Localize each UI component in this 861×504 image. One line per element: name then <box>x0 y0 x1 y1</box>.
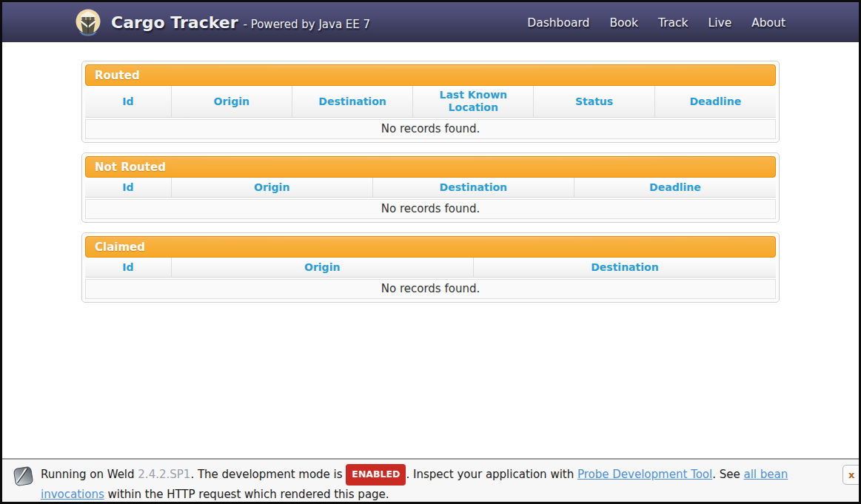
app-title: Cargo Tracker <box>111 13 238 32</box>
empty-table-message: No records found. <box>85 119 776 139</box>
panel-header: Routed <box>85 64 776 86</box>
empty-table-message: No records found. <box>85 279 776 299</box>
column-header-last-known-location: Last Known Location <box>413 86 534 118</box>
panel-not-routed: Not RoutedIdOriginDestinationDeadlineNo … <box>81 152 780 223</box>
column-header-id: Id <box>85 178 172 198</box>
weld-text: . See <box>712 468 743 481</box>
top-navbar: Cargo Tracker- Powered by Java EE 7 Dash… <box>2 2 859 42</box>
table-header-row: IdOriginDestinationDeadline <box>85 178 776 198</box>
page-title: Cargo Tracker- Powered by Java EE 7 <box>111 13 370 32</box>
weld-version: 2.4.2.SP1 <box>138 468 190 481</box>
app-window: Cargo Tracker- Powered by Java EE 7 Dash… <box>0 0 861 504</box>
nav-link-live[interactable]: Live <box>708 16 732 30</box>
main-nav: DashboardBookTrackLiveAbout <box>527 16 859 30</box>
column-header-destination: Destination <box>292 86 413 118</box>
weld-text: Running on Weld <box>41 468 138 481</box>
column-header-status: Status <box>534 86 654 118</box>
panel-title: Routed <box>86 69 140 82</box>
panel-title: Not Routed <box>86 161 166 174</box>
weld-text: . Inspect your application with <box>406 468 577 481</box>
dashboard-content: RoutedIdOriginDestinationLast Known Loca… <box>2 42 859 303</box>
column-header-deadline: Deadline <box>655 86 776 118</box>
column-header-origin: Origin <box>172 86 292 118</box>
nav-link-dashboard[interactable]: Dashboard <box>527 16 589 30</box>
column-header-destination: Destination <box>373 178 574 198</box>
column-header-deadline: Deadline <box>574 178 776 198</box>
panel-claimed: ClaimedIdOriginDestinationNo records fou… <box>81 232 780 303</box>
table-header-row: IdOriginDestinationLast Known LocationSt… <box>85 86 776 118</box>
brand: Cargo Tracker- Powered by Java EE 7 <box>74 8 370 38</box>
nav-link-about[interactable]: About <box>751 16 785 30</box>
nav-link-book[interactable]: Book <box>609 16 638 30</box>
weld-text: within the HTTP request which rendered t… <box>104 488 389 501</box>
panel-header: Claimed <box>85 236 776 258</box>
column-header-destination: Destination <box>474 258 776 278</box>
empty-table-message: No records found. <box>85 199 776 219</box>
weld-dev-mode-bar: Running on Weld 2.4.2.SP1. The developme… <box>2 458 859 502</box>
column-header-id: Id <box>85 86 172 118</box>
app-subtitle: - Powered by Java EE 7 <box>244 18 371 31</box>
weld-logo-icon <box>12 465 35 488</box>
column-header-id: Id <box>85 258 172 278</box>
panel-title: Claimed <box>86 241 145 254</box>
weld-text: . The development mode is <box>190 468 346 481</box>
panel-header: Not Routed <box>85 156 776 178</box>
dev-mode-enabled-badge: ENABLED <box>346 464 406 485</box>
weld-link-probe-development-tool[interactable]: Probe Development Tool <box>577 468 712 481</box>
column-header-origin: Origin <box>172 178 373 198</box>
panel-routed: RoutedIdOriginDestinationLast Known Loca… <box>81 61 780 143</box>
table-header-row: IdOriginDestination <box>85 258 776 278</box>
close-weld-bar-button[interactable]: x <box>842 465 861 485</box>
cargo-ship-logo-icon <box>74 8 102 38</box>
nav-link-track[interactable]: Track <box>658 16 689 30</box>
column-header-origin: Origin <box>172 258 474 278</box>
weld-message: Running on Weld 2.4.2.SP1. The developme… <box>41 468 788 501</box>
